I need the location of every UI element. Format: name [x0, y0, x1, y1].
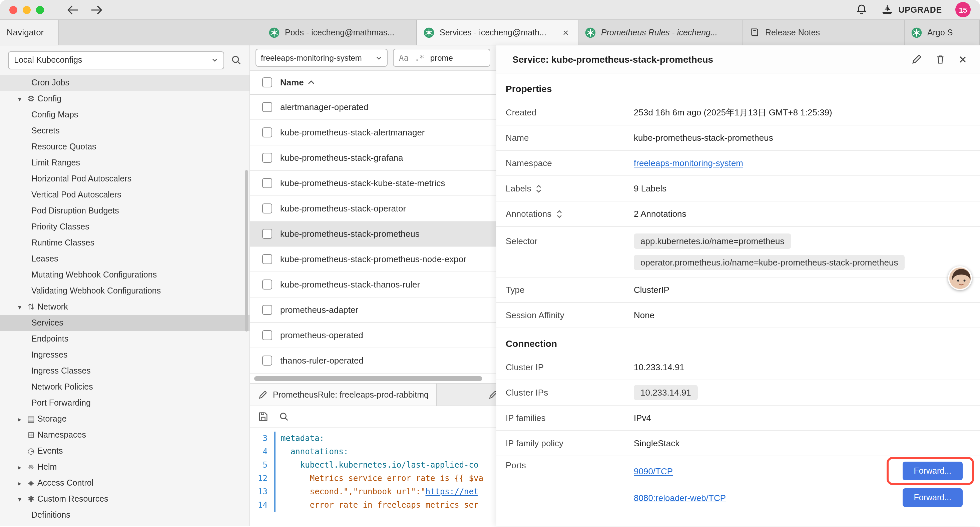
row-checkbox[interactable]	[262, 127, 272, 137]
sidebar-item-label: Access Control	[37, 478, 94, 488]
editor-tab[interactable]: Release Notes	[743, 20, 905, 45]
sidebar-item[interactable]: Ingresses	[0, 347, 250, 363]
notification-count-badge[interactable]: 15	[955, 2, 970, 18]
back-icon[interactable]	[67, 5, 79, 14]
sidebar-item[interactable]: Mutating Webhook Configurations	[0, 267, 250, 283]
table-row[interactable]: alertmanager-operated	[250, 95, 496, 120]
tree-chevron-icon[interactable]: ▾	[15, 303, 25, 310]
editor-tab[interactable]: Argo S	[905, 20, 980, 45]
table-row[interactable]: kube-prometheus-stack-alertmanager	[250, 120, 496, 145]
row-checkbox[interactable]	[262, 330, 272, 340]
match-case-toggle[interactable]: Aa	[399, 53, 409, 62]
horizontal-scrollbar[interactable]	[250, 374, 496, 383]
editor-search-icon[interactable]	[279, 412, 289, 422]
row-checkbox[interactable]	[262, 178, 272, 188]
sidebar-search-icon[interactable]	[231, 55, 242, 65]
table-row[interactable]: prometheus-adapter	[250, 298, 496, 323]
row-checkbox[interactable]	[262, 254, 272, 264]
expand-toggle-icon[interactable]	[536, 185, 542, 193]
name-column-header[interactable]: Name	[280, 77, 315, 88]
editor-tab[interactable]: Pods - icecheng@mathmas...	[262, 20, 417, 45]
sidebar-item[interactable]: Port Forwarding	[0, 395, 250, 411]
tree-chevron-icon[interactable]: ▾	[15, 95, 25, 102]
sidebar-item[interactable]: Definitions	[0, 507, 250, 523]
sidebar-item[interactable]: Leases	[0, 251, 250, 267]
upgrade-button[interactable]: UPGRADE	[880, 4, 942, 15]
row-checkbox[interactable]	[262, 280, 272, 290]
row-checkbox[interactable]	[262, 204, 272, 213]
sidebar-item[interactable]: Validating Webhook Configurations	[0, 283, 250, 299]
sidebar-item[interactable]: Events	[0, 443, 250, 459]
tree-chevron-icon[interactable]: ▾	[15, 495, 25, 503]
port-link[interactable]: 8080:reloader-web/TCP	[634, 493, 726, 503]
editor-tab[interactable]: Services - icecheng@math... ×	[417, 20, 578, 45]
select-all-checkbox[interactable]	[262, 77, 272, 88]
sidebar-item[interactable]: Limit Ranges	[0, 155, 250, 171]
sidebar-item[interactable]: ▸ Access Control	[0, 475, 250, 491]
scrollbar-thumb[interactable]	[254, 376, 482, 381]
sidebar-item[interactable]: Pod Disruption Budgets	[0, 203, 250, 219]
save-icon[interactable]	[258, 412, 268, 422]
sidebar-item[interactable]: ▸ Helm	[0, 459, 250, 475]
sidebar-item[interactable]: Network Policies	[0, 379, 250, 395]
dock-tab-prometheusrule[interactable]: PrometheusRule: freeleaps-prod-rabbitmq	[250, 384, 437, 406]
sidebar-item[interactable]: ▾ Config	[0, 91, 250, 107]
namespace-filter-dropdown[interactable]: freeleaps-monitoring-system	[256, 49, 388, 67]
forward-button[interactable]: Forward...	[902, 488, 963, 507]
notifications-bell-icon[interactable]	[856, 4, 867, 15]
zoom-window-button[interactable]	[36, 6, 44, 14]
edit-icon[interactable]	[912, 54, 922, 64]
table-row[interactable]: thanos-ruler-operated	[250, 348, 496, 374]
close-panel-icon[interactable]: ×	[959, 53, 967, 66]
kubeconfig-dropdown[interactable]: Local Kubeconfigs	[8, 51, 224, 69]
sidebar-item[interactable]: Config Maps	[0, 107, 250, 123]
sidebar-item[interactable]: Runtime Classes	[0, 235, 250, 251]
row-checkbox[interactable]	[262, 355, 272, 366]
close-window-button[interactable]	[10, 6, 18, 14]
editor-tab[interactable]: Prometheus Rules - icecheng...	[578, 20, 743, 45]
row-checkbox[interactable]	[262, 102, 272, 112]
search-input[interactable]: Aa .* prome	[393, 49, 490, 67]
row-checkbox[interactable]	[262, 153, 272, 163]
user-avatar[interactable]	[948, 266, 972, 290]
table-row[interactable]: kube-prometheus-stack-prometheus	[250, 221, 496, 247]
tree-chevron-icon[interactable]: ▸	[15, 415, 25, 423]
sidebar-item[interactable]: Vertical Pod Autoscalers	[0, 187, 250, 203]
sidebar-item[interactable]: Namespaces	[0, 427, 250, 443]
minimize-window-button[interactable]	[23, 6, 31, 14]
port-link[interactable]: 9090/TCP	[634, 466, 673, 476]
sidebar-item[interactable]: ▾ Network	[0, 299, 250, 315]
row-checkbox[interactable]	[262, 229, 272, 239]
sidebar-item[interactable]: ▸ Storage	[0, 411, 250, 427]
tree-chevron-icon[interactable]: ▸	[15, 479, 25, 487]
sidebar-item-icon	[25, 302, 37, 312]
table-row[interactable]: kube-prometheus-stack-kube-state-metrics	[250, 171, 496, 196]
sidebar-item[interactable]: Secrets	[0, 123, 250, 139]
forward-icon[interactable]	[91, 5, 103, 14]
sidebar-item[interactable]: Services	[0, 315, 250, 331]
connection-rows: Cluster IP 10.233.14.91 Cluster IPs 10.2…	[496, 355, 980, 456]
sidebar-item[interactable]: Cron Jobs	[0, 75, 250, 91]
expand-toggle-icon[interactable]	[556, 210, 562, 218]
table-row[interactable]: kube-prometheus-stack-grafana	[250, 145, 496, 171]
table-row[interactable]: kube-prometheus-stack-thanos-ruler	[250, 272, 496, 298]
forward-button[interactable]: Forward...	[902, 462, 963, 480]
sidebar-item[interactable]: Ingress Classes	[0, 363, 250, 379]
table-row[interactable]: kube-prometheus-stack-operator	[250, 196, 496, 221]
namespace-link[interactable]: freeleaps-monitoring-system	[634, 158, 980, 168]
sidebar-item[interactable]: Priority Classes	[0, 219, 250, 235]
sidebar-item[interactable]: Horizontal Pod Autoscalers	[0, 171, 250, 187]
tree-chevron-icon[interactable]: ▸	[15, 463, 25, 471]
delete-icon[interactable]	[935, 54, 946, 64]
sidebar-scrollbar[interactable]	[245, 170, 248, 331]
sidebar-item[interactable]: ▾ Custom Resources	[0, 491, 250, 507]
dock-tab-partial[interactable]	[484, 384, 496, 406]
table-row[interactable]: prometheus-operated	[250, 323, 496, 348]
table-row[interactable]: kube-prometheus-stack-prometheus-node-ex…	[250, 247, 496, 272]
row-checkbox[interactable]	[262, 305, 272, 315]
sidebar-item[interactable]: Endpoints	[0, 331, 250, 347]
close-tab-icon[interactable]: ×	[560, 27, 571, 38]
regex-toggle[interactable]: .*	[415, 53, 424, 62]
yaml-editor[interactable]: 3 metadata: 4 annotations: 5 kubectl.kub…	[250, 428, 496, 526]
sidebar-item[interactable]: Resource Quotas	[0, 139, 250, 155]
